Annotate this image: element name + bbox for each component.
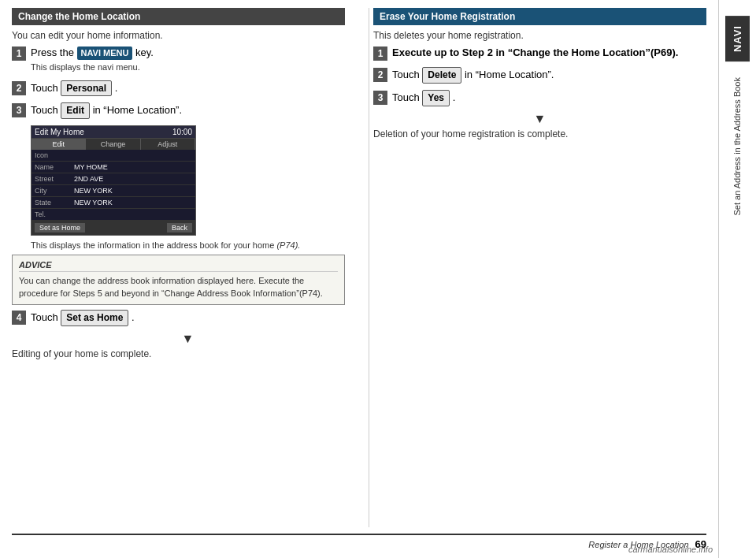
navi-menu-key: NAVI MENU	[77, 46, 133, 60]
left-intro: You can edit your home information.	[12, 30, 345, 41]
screen-image: Edit My Home 10:00 Edit Change Adjust Ic…	[31, 125, 196, 236]
screen-row-state: State NEW YORK	[32, 197, 195, 209]
yes-button: Yes	[422, 90, 450, 106]
step-4-number: 4	[12, 311, 26, 325]
step-1-content: Press the NAVI MENU key. This displays t…	[31, 46, 345, 74]
right-intro: This deletes your home registration.	[373, 30, 706, 41]
advice-text: You can change the address book informat…	[19, 275, 338, 299]
right-step-3: 3 Touch Yes .	[373, 90, 706, 106]
screen-label-state: State	[35, 199, 74, 206]
watermark: carmanualsonline.info	[628, 545, 713, 554]
right-step-3-content: Touch Yes .	[392, 90, 706, 106]
screen-row-city: City NEW YORK	[32, 185, 195, 197]
screen-back-btn: Back	[167, 223, 192, 232]
arrow-down-left: ▼	[31, 333, 345, 345]
edit-button: Edit	[61, 102, 90, 119]
screen-label-street: Street	[35, 175, 74, 183]
advice-box: ADVICE You can change the address book i…	[12, 255, 345, 305]
screen-time: 10:00	[172, 128, 192, 136]
right-step-2-content: Touch Delete in “Home Location”.	[392, 67, 706, 84]
step-4-content: Touch Set as Home .	[31, 310, 345, 326]
right-step-1-content: Execute up to Step 2 in “Change the Home…	[392, 46, 706, 60]
advice-title: ADVICE	[19, 260, 338, 272]
screen-footer: Set as Home Back	[32, 221, 195, 235]
right-step-2-text: Touch	[392, 69, 420, 80]
right-step-1-number: 1	[373, 46, 387, 61]
sidebar-section-label: Set an Address in the Address Book	[732, 77, 743, 216]
right-step-2-number: 2	[373, 68, 387, 82]
right-sidebar: NAVI Set an Address in the Address Book	[718, 0, 756, 558]
screen-tab-change: Change	[86, 139, 140, 150]
step-2-text: Touch	[31, 81, 58, 93]
step-2-number: 2	[12, 81, 26, 95]
step-1-after: key.	[135, 46, 154, 58]
step-4: 4 Touch Set as Home .	[12, 310, 345, 326]
screen-row-icon: Icon	[32, 150, 195, 162]
navi-tab: NAVI	[725, 16, 750, 61]
main-content: Change the Home Location You can edit yo…	[0, 0, 718, 558]
right-step-3-number: 3	[373, 91, 387, 105]
screen-tab-adjust: Adjust	[141, 139, 195, 150]
left-completion: Editing of your home is complete.	[12, 348, 345, 359]
step-1-number: 1	[12, 46, 26, 61]
left-column: Change the Home Location You can edit yo…	[12, 8, 353, 527]
screen-value-city: NEW YORK	[74, 187, 113, 195]
screen-value-name: MY HOME	[74, 163, 108, 171]
screen-caption: This displays the information in the add…	[31, 240, 345, 250]
right-section-header: Erase Your Home Registration	[373, 8, 706, 25]
arrow-down-right: ▼	[373, 113, 706, 125]
right-step-1-text: Execute up to Step 2 in “Change the Home…	[392, 46, 678, 58]
screen-row-tel: Tel.	[32, 209, 195, 221]
screen-label-city: City	[35, 187, 74, 195]
step-2-content: Touch Personal .	[31, 80, 345, 97]
page-container: Change the Home Location You can edit yo…	[0, 0, 756, 558]
step-2: 2 Touch Personal .	[12, 80, 345, 97]
screen-tabs: Edit Change Adjust	[32, 139, 195, 150]
right-step-3-after: .	[453, 91, 456, 103]
screen-header: Edit My Home 10:00	[32, 126, 195, 139]
page-footer: Register a Home Location 69	[12, 534, 706, 550]
delete-button: Delete	[422, 67, 461, 84]
right-completion: Deletion of your home registration is co…	[373, 128, 706, 140]
right-step-1: 1 Execute up to Step 2 in “Change the Ho…	[373, 46, 706, 61]
step-1-text: Press the	[31, 46, 74, 58]
step-3-content: Touch Edit in “Home Location”.	[31, 102, 345, 119]
step-3-number: 3	[12, 103, 26, 117]
personal-button: Personal	[61, 80, 112, 97]
step-3: 3 Touch Edit in “Home Location”.	[12, 102, 345, 119]
right-step-2: 2 Touch Delete in “Home Location”.	[373, 67, 706, 84]
step-4-text: Touch	[31, 311, 58, 323]
columns: Change the Home Location You can edit yo…	[12, 8, 706, 527]
screen-label-tel: Tel.	[35, 210, 74, 218]
screen-label-name: Name	[35, 163, 74, 171]
step-1-subtext: This displays the navi menu.	[31, 61, 345, 73]
screen-value-state: NEW YORK	[74, 199, 113, 206]
screen-label-icon: Icon	[35, 151, 74, 159]
screen-value-street: 2ND AVE	[74, 175, 103, 183]
screen-set-home-btn: Set as Home	[35, 223, 85, 232]
step-1: 1 Press the NAVI MENU key. This displays…	[12, 46, 345, 74]
right-step-3-text: Touch	[392, 91, 420, 103]
screen-title: Edit My Home	[35, 128, 84, 136]
step-3-after: in “Home Location”.	[93, 104, 182, 116]
step-2-after: .	[115, 81, 118, 93]
step-4-after: .	[132, 311, 135, 323]
right-column: Erase Your Home Registration This delete…	[369, 8, 706, 527]
screen-row-street: Street 2ND AVE	[32, 173, 195, 185]
screen-row-name: Name MY HOME	[32, 162, 195, 173]
right-step-2-after: in “Home Location”.	[465, 69, 554, 80]
screen-tab-edit: Edit	[32, 139, 86, 150]
left-section-header: Change the Home Location	[12, 8, 345, 25]
step-3-text: Touch	[31, 104, 58, 116]
set-as-home-button: Set as Home	[61, 310, 128, 326]
